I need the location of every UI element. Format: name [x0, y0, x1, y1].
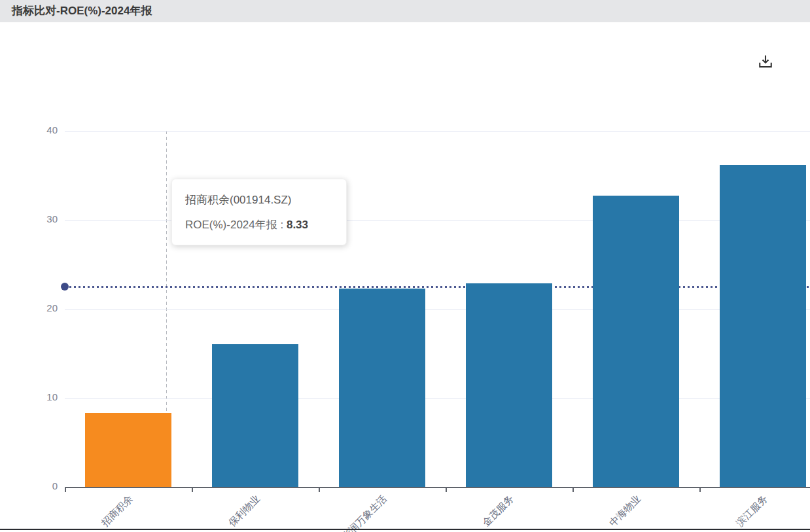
- tooltip-series-name: 招商积余(001914.SZ): [185, 188, 333, 213]
- bar-招商积余[interactable]: [85, 413, 171, 487]
- page-title: 指标比对-ROE(%)-2024年报: [12, 0, 152, 22]
- bottom-border: [0, 529, 810, 530]
- x-axis-label: 华润万象生活: [339, 493, 389, 532]
- grid-line: [65, 398, 810, 399]
- chart-window: 指标比对-ROE(%)-2024年报 010203040招商积余保利物业华润万象…: [0, 0, 810, 532]
- y-axis-label: 40: [18, 124, 58, 135]
- title-bar: 指标比对-ROE(%)-2024年报: [0, 0, 810, 22]
- download-button[interactable]: [750, 47, 781, 77]
- bar-滨江服务[interactable]: [720, 165, 806, 487]
- y-axis-label: 0: [18, 480, 58, 491]
- y-axis-label: 30: [18, 213, 58, 224]
- x-axis-tick: [65, 487, 66, 492]
- bar-华润万象生活[interactable]: [339, 289, 425, 487]
- x-axis-line: [65, 487, 810, 488]
- x-axis-tick: [192, 487, 193, 492]
- tooltip-separator: :: [277, 219, 287, 231]
- tooltip-metric-row: ROE(%)-2024年报 : 8.33: [185, 213, 333, 238]
- x-axis-tick: [572, 487, 574, 492]
- y-axis-label: 10: [18, 391, 58, 402]
- x-axis-label: 金茂服务: [480, 493, 517, 529]
- bar-金茂服务[interactable]: [466, 283, 552, 487]
- x-axis-tick: [699, 487, 701, 492]
- grid-line: [65, 131, 810, 132]
- y-axis-label: 20: [18, 302, 58, 313]
- x-axis-label: 招商积余: [99, 493, 136, 529]
- x-axis-label: 保利物业: [226, 493, 263, 529]
- x-axis-label: 滨江服务: [734, 493, 771, 529]
- x-axis-tick: [319, 487, 320, 492]
- grid-line: [65, 309, 810, 310]
- bar-中海物业[interactable]: [593, 196, 679, 487]
- tooltip-metric-label: ROE(%)-2024年报: [185, 219, 277, 231]
- x-axis-tick: [446, 487, 447, 492]
- x-axis-label: 中海物业: [607, 493, 644, 529]
- tooltip: 招商积余(001914.SZ) ROE(%)-2024年报 : 8.33: [171, 179, 347, 245]
- reference-line: [65, 286, 810, 288]
- download-icon: [756, 52, 775, 73]
- bar-保利物业[interactable]: [212, 344, 298, 487]
- tooltip-value: 8.33: [287, 219, 308, 231]
- reference-line-dot: [61, 283, 69, 291]
